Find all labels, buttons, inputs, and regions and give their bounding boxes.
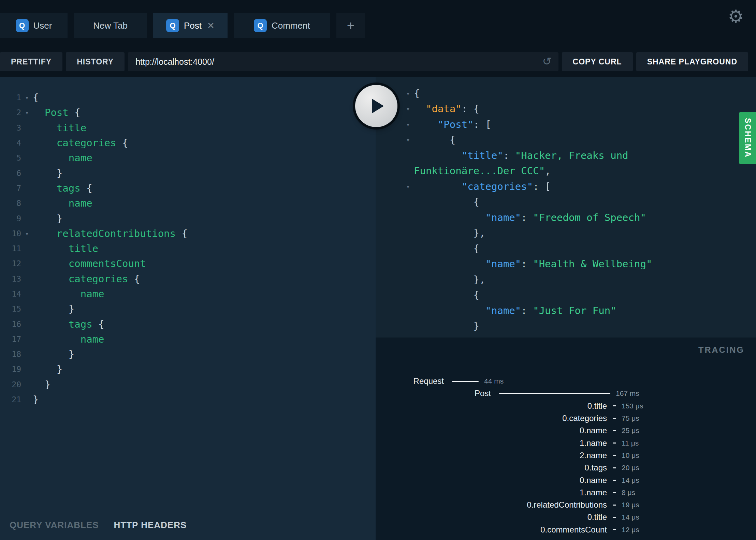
- tab-post[interactable]: QPost✕: [153, 13, 228, 38]
- trace-time: 14 μs: [622, 476, 639, 484]
- query-line: 19 }: [0, 362, 376, 377]
- trace-row: 1.name8 μs: [376, 486, 756, 499]
- query-line: 13 categories {: [0, 271, 376, 286]
- response-viewer-lines: ▾{▾ "data": {▾ "Post": [▾ { "title": "Ha…: [376, 86, 756, 338]
- code-text: categories {: [33, 273, 140, 285]
- execute-button[interactable]: [355, 85, 397, 127]
- fold-arrow-icon[interactable]: ▾: [21, 93, 33, 102]
- line-number: 11: [0, 244, 21, 253]
- line-number: 2: [0, 108, 21, 117]
- response-line: {: [376, 287, 756, 303]
- tab-label: Post: [184, 20, 202, 31]
- response-line: ▾ "data": {: [376, 101, 756, 117]
- trace-row: 0.categories75 μs: [376, 412, 756, 424]
- trace-time: 20 μs: [622, 464, 639, 472]
- response-viewer: ▾{▾ "data": {▾ "Post": [▾ { "title": "Ha…: [376, 77, 756, 338]
- query-line: 21}: [0, 392, 376, 407]
- trace-label: Request: [376, 376, 444, 386]
- code-text: Post {: [33, 107, 81, 118]
- trace-label: 0.title: [376, 512, 607, 522]
- fold-arrow-icon[interactable]: ▾: [402, 89, 414, 97]
- tab-user[interactable]: QUser: [0, 13, 68, 38]
- duration-tick: [613, 480, 616, 481]
- duration-tick: [613, 418, 616, 419]
- play-icon: [372, 99, 384, 113]
- trace-label: 0.title: [376, 401, 607, 411]
- tab-bar: QUserNew TabQPost✕QComment+ ⚙: [0, 0, 756, 46]
- line-number: 8: [0, 199, 21, 208]
- tab-new-tab[interactable]: New Tab: [74, 13, 147, 38]
- duration-tick: [613, 505, 616, 506]
- share-playground-button[interactable]: SHARE PLAYGROUND: [636, 52, 748, 71]
- fold-arrow-icon[interactable]: ▾: [402, 182, 414, 191]
- query-line: 15 }: [0, 301, 376, 316]
- code-text: "name": "Freedom of Speech": [414, 212, 646, 223]
- code-text: {: [414, 243, 479, 254]
- code-text: "data": {: [414, 103, 479, 115]
- fold-arrow-icon[interactable]: ▾: [402, 136, 414, 144]
- response-line: "title": "Hacker, Freaks und: [376, 148, 756, 163]
- query-variables-tab[interactable]: QUERY VARIABLES: [10, 520, 99, 530]
- code-text: },: [414, 227, 485, 239]
- duration-tick: [613, 442, 616, 444]
- query-editor[interactable]: 1▾{2▾ Post {3 title4 categories {5 name6…: [0, 77, 376, 510]
- response-line: ▾ "categories": [: [376, 179, 756, 194]
- history-button[interactable]: HISTORY: [66, 52, 125, 71]
- tabs: QUserNew TabQPost✕QComment+: [0, 13, 365, 38]
- trace-label: Post: [376, 389, 491, 398]
- trace-time: 25 μs: [622, 426, 639, 435]
- fold-arrow-icon[interactable]: ▾: [402, 120, 414, 129]
- query-line: 20 }: [0, 377, 376, 392]
- code-text: title: [33, 122, 86, 134]
- endpoint-input[interactable]: [128, 52, 558, 71]
- query-line: 16 tags {: [0, 316, 376, 331]
- code-text: }: [33, 379, 50, 390]
- tracing-panel[interactable]: TRACING Request44 msPost167 ms0.title153…: [376, 338, 756, 540]
- fold-arrow-icon[interactable]: ▾: [21, 229, 33, 238]
- settings-gear-icon[interactable]: ⚙: [728, 7, 744, 25]
- response-line: },: [376, 334, 756, 338]
- code-text: "categories": [: [414, 181, 551, 192]
- line-number: 12: [0, 259, 21, 268]
- response-line: ▾{: [376, 86, 756, 101]
- line-number: 3: [0, 123, 21, 132]
- trace-label: 0.relatedContributions: [376, 500, 607, 510]
- schema-tab-button[interactable]: SCHEMA: [739, 112, 756, 164]
- duration-tick: [613, 492, 616, 493]
- response-line: {: [376, 194, 756, 210]
- trace-time: 19 μs: [622, 501, 639, 509]
- new-tab-button[interactable]: +: [336, 13, 365, 38]
- editor-footer: QUERY VARIABLES HTTP HEADERS: [0, 510, 376, 540]
- code-text: }: [414, 320, 479, 332]
- query-line: 5 name: [0, 150, 376, 165]
- fold-arrow-icon[interactable]: ▾: [21, 108, 33, 117]
- line-number: 10: [0, 229, 21, 238]
- query-line: 17 name: [0, 332, 376, 347]
- response-line: "name": "Health & Wellbeing": [376, 256, 756, 272]
- trace-row: 0.tags20 μs: [376, 462, 756, 474]
- code-text: name: [33, 288, 104, 300]
- close-tab-icon[interactable]: ✕: [207, 20, 215, 31]
- prettify-button[interactable]: PRETTIFY: [0, 52, 62, 71]
- response-line: ▾ {: [376, 132, 756, 148]
- trace-label: 0.commentsCount: [376, 525, 607, 535]
- fold-arrow-icon[interactable]: ▾: [402, 105, 414, 113]
- tab-comment[interactable]: QComment: [234, 13, 330, 38]
- duration-tick: [613, 529, 616, 530]
- response-line: "name": "Just For Fun": [376, 303, 756, 318]
- http-headers-tab[interactable]: HTTP HEADERS: [114, 520, 187, 530]
- toolbar: PRETTIFY HISTORY ↺ COPY CURL SHARE PLAYG…: [0, 46, 756, 77]
- code-text: categories {: [33, 137, 128, 149]
- code-text: name: [33, 197, 92, 209]
- code-text: {: [414, 134, 455, 146]
- query-line: 14 name: [0, 286, 376, 301]
- query-line: 2▾ Post {: [0, 105, 376, 120]
- copy-curl-button[interactable]: COPY CURL: [562, 52, 633, 71]
- code-text: commentsCount: [33, 258, 146, 269]
- code-text: {: [414, 88, 420, 99]
- reload-icon[interactable]: ↺: [542, 55, 552, 68]
- trace-label: 1.name: [376, 438, 607, 448]
- trace-label: 0.tags: [376, 463, 607, 472]
- code-text: }: [33, 213, 62, 224]
- query-badge-icon: Q: [16, 19, 29, 32]
